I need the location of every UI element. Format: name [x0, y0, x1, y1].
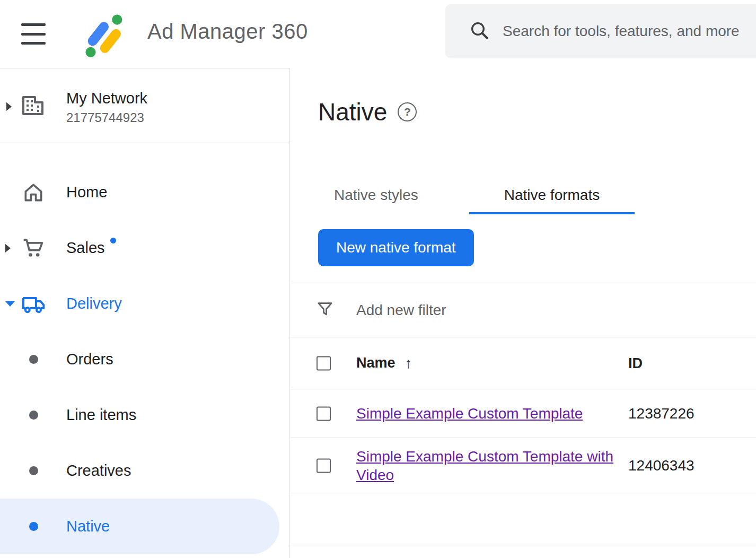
row-checkbox[interactable]	[317, 406, 331, 421]
home-icon	[20, 181, 47, 204]
search-icon	[469, 20, 490, 43]
sidebar-item-label: Delivery	[66, 295, 122, 312]
cart-icon	[20, 237, 47, 260]
sidebar: My Network 21775744923 Home Sales	[0, 68, 290, 558]
expand-caret-icon[interactable]	[5, 244, 11, 252]
sidebar-item-label: Sales	[66, 239, 105, 257]
network-id: 21775744923	[66, 110, 147, 125]
collapse-caret-icon[interactable]	[5, 301, 15, 307]
format-link[interactable]: Simple Example Custom Template	[356, 405, 583, 422]
search-placeholder: Search for tools, features, and more	[503, 23, 740, 40]
notification-dot	[110, 238, 116, 243]
bullet-icon	[29, 466, 38, 475]
format-name-cell: Simple Example Custom Template	[356, 404, 643, 423]
network-building-icon	[20, 94, 46, 119]
sidebar-item-native[interactable]: Native	[0, 499, 279, 554]
ad-manager-logo-icon	[78, 8, 127, 59]
tab-native-styles[interactable]: Native styles	[299, 184, 453, 214]
bullet-icon	[29, 411, 38, 420]
filter-bar[interactable]: Add new filter	[291, 283, 756, 337]
network-name: My Network	[66, 90, 147, 107]
sort-ascending-icon[interactable]: ↑	[405, 355, 412, 372]
tab-bar: Native styles Native formats	[299, 184, 635, 214]
bullet-icon	[29, 522, 38, 531]
sidebar-item-line-items[interactable]: Line items	[0, 387, 289, 443]
select-all-checkbox[interactable]	[317, 356, 331, 370]
truck-icon	[20, 292, 47, 316]
sidebar-item-label: Home	[66, 184, 107, 201]
main-content: Native ? Native styles Native formats Ne…	[291, 68, 756, 558]
sidebar-nav: Home Sales	[0, 164, 289, 554]
search-bar[interactable]: Search for tools, features, and more	[445, 4, 756, 58]
help-icon[interactable]: ?	[398, 102, 417, 121]
row-checkbox[interactable]	[317, 458, 331, 473]
filter-funnel-icon	[316, 300, 334, 320]
table-row: Simple Example Custom Template 12387226	[291, 389, 756, 438]
page-title: Native	[318, 98, 387, 126]
column-name-label: Name	[356, 355, 395, 371]
table-row: Simple Example Custom Template with Vide…	[291, 438, 756, 493]
new-native-format-button[interactable]: New native format	[318, 229, 474, 266]
format-name-cell: Simple Example Custom Template with Vide…	[356, 447, 643, 484]
sidebar-item-home[interactable]: Home	[0, 164, 289, 220]
app-title: Ad Manager 360	[147, 20, 308, 43]
format-link[interactable]: Simple Example Custom Template with Vide…	[356, 448, 613, 483]
network-selector[interactable]: My Network 21775744923	[0, 68, 289, 143]
column-header-name[interactable]: Name ↑	[356, 355, 412, 372]
sidebar-item-label: Native	[66, 518, 110, 535]
sidebar-item-label: Creatives	[66, 462, 131, 479]
sidebar-item-delivery[interactable]: Delivery	[0, 276, 289, 332]
format-id-cell: 12387226	[628, 405, 695, 422]
bullet-icon	[29, 355, 38, 364]
sidebar-item-label: Orders	[66, 351, 113, 368]
tab-native-formats[interactable]: Native formats	[469, 184, 635, 214]
sidebar-item-label: Line items	[66, 406, 136, 424]
menu-button[interactable]	[21, 23, 46, 45]
format-id-cell: 12406343	[628, 457, 695, 474]
table-header-row: Name ↑ ID	[291, 337, 756, 389]
expand-caret-icon[interactable]	[6, 102, 12, 111]
table-empty-area	[291, 493, 756, 545]
sidebar-item-sales[interactable]: Sales	[0, 220, 289, 276]
topbar: Ad Manager 360 Search for tools, feature…	[0, 0, 756, 68]
column-header-id: ID	[628, 355, 643, 371]
sidebar-item-creatives[interactable]: Creatives	[0, 443, 289, 499]
filter-placeholder: Add new filter	[356, 302, 446, 319]
sidebar-item-orders[interactable]: Orders	[0, 332, 289, 387]
